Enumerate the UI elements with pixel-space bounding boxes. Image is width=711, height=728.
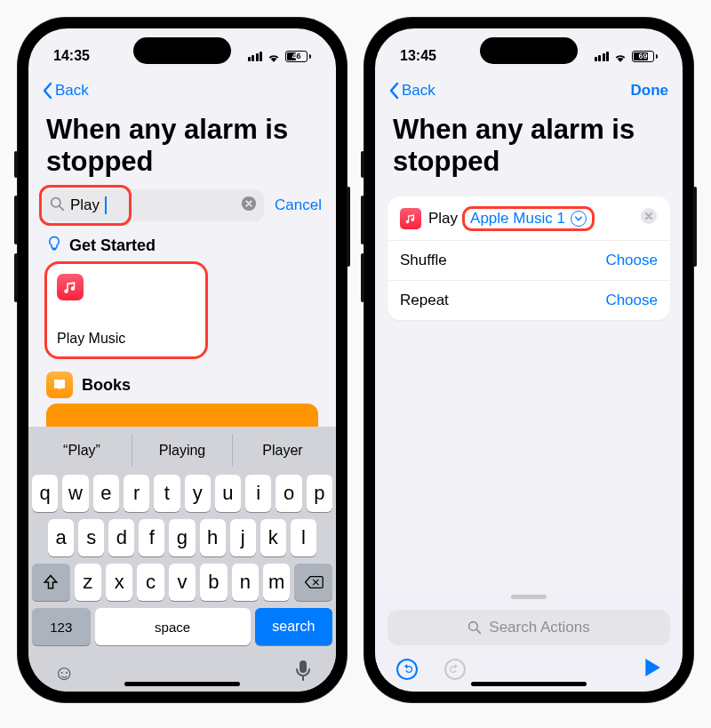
battery-icon: 46: [285, 51, 311, 62]
play-music-card[interactable]: Play Music: [46, 263, 206, 357]
search-key[interactable]: search: [255, 608, 332, 645]
drag-handle[interactable]: [511, 595, 547, 599]
space-key[interactable]: space: [95, 608, 251, 645]
done-button[interactable]: Done: [631, 82, 669, 100]
key-p[interactable]: p: [307, 475, 332, 512]
search-actions-field[interactable]: Search Actions: [387, 610, 670, 645]
key-k[interactable]: k: [260, 519, 286, 556]
key-j[interactable]: j: [230, 519, 256, 556]
choose-button[interactable]: Choose: [605, 292, 658, 309]
suggestion-2[interactable]: Playing: [132, 434, 232, 467]
books-app-icon: [46, 372, 73, 398]
key-y[interactable]: y: [185, 475, 211, 512]
phone-left: 14:35 46 Back When any alarm is stopp: [18, 18, 347, 702]
num-key[interactable]: 123: [32, 608, 91, 645]
chevron-down-icon: [571, 211, 587, 227]
chevron-left-icon: [389, 82, 400, 100]
kb-row2: a s d f g h j k l: [32, 519, 332, 556]
emoji-icon[interactable]: ☺: [53, 660, 76, 685]
bulb-icon: [46, 236, 62, 256]
key-c[interactable]: c: [137, 564, 164, 601]
key-s[interactable]: s: [78, 519, 104, 556]
clear-icon[interactable]: [640, 207, 658, 229]
repeat-row[interactable]: Repeat Choose: [387, 280, 670, 320]
key-v[interactable]: v: [169, 564, 196, 601]
mic-icon[interactable]: [295, 660, 311, 686]
key-g[interactable]: g: [169, 519, 195, 556]
key-x[interactable]: x: [106, 564, 132, 601]
music-app-icon: [57, 274, 84, 300]
page-title: When any alarm is stopped: [28, 108, 336, 189]
key-m[interactable]: m: [263, 564, 290, 601]
key-u[interactable]: u: [215, 475, 241, 512]
svg-line-6: [477, 629, 481, 633]
action-main-row[interactable]: Play Apple Music 1: [387, 196, 670, 240]
back-button[interactable]: Back: [389, 82, 435, 100]
suggestion-1[interactable]: “Play”: [32, 434, 132, 467]
action-prefix: Play: [428, 210, 458, 228]
home-indicator[interactable]: [124, 682, 240, 686]
keyboard[interactable]: “Play” Playing Player q w e r t y u i o …: [28, 427, 336, 692]
key-n[interactable]: n: [232, 564, 259, 601]
backspace-key[interactable]: [294, 564, 332, 601]
card-label: Play Music: [57, 331, 196, 347]
wifi-icon: [613, 51, 627, 61]
chevron-left-icon: [43, 82, 53, 100]
play-button[interactable]: [643, 658, 661, 681]
clear-icon[interactable]: [241, 196, 257, 215]
search-icon: [50, 196, 65, 215]
keyboard-suggestions: “Play” Playing Player: [32, 434, 332, 468]
get-started-header: Get Started: [28, 221, 336, 263]
key-i[interactable]: i: [245, 475, 271, 512]
row-label: Shuffle: [400, 252, 447, 269]
cellular-icon: [595, 52, 610, 61]
back-label: Back: [402, 82, 435, 100]
key-t[interactable]: t: [154, 475, 180, 512]
shuffle-row[interactable]: Shuffle Choose: [387, 240, 670, 280]
choose-button[interactable]: Choose: [605, 252, 658, 269]
page-title: When any alarm is stopped: [375, 108, 683, 189]
key-q[interactable]: q: [32, 475, 58, 512]
music-app-icon: [400, 208, 421, 229]
cellular-icon: [248, 52, 263, 61]
key-o[interactable]: o: [276, 475, 301, 512]
search-field[interactable]: Play: [43, 189, 264, 221]
svg-point-5: [469, 622, 478, 631]
key-w[interactable]: w: [62, 475, 88, 512]
action-parameter[interactable]: Apple Music 1: [465, 209, 592, 228]
kb-row1: q w e r t y u i o p: [32, 475, 332, 512]
back-button[interactable]: Back: [43, 82, 89, 100]
svg-rect-3: [300, 660, 307, 673]
suggestion-3[interactable]: Player: [232, 434, 332, 467]
status-time: 14:35: [53, 48, 90, 64]
kb-row3: z x c v b n m: [32, 564, 332, 601]
books-card[interactable]: [46, 404, 318, 428]
kb-row4: 123 space search: [32, 608, 332, 645]
status-time: 13:45: [400, 48, 436, 64]
key-h[interactable]: h: [200, 519, 226, 556]
books-header: Books: [28, 357, 336, 404]
key-a[interactable]: a: [48, 519, 74, 556]
key-d[interactable]: d: [108, 519, 134, 556]
cancel-button[interactable]: Cancel: [275, 196, 322, 214]
svg-line-1: [60, 206, 63, 210]
wifi-icon: [267, 51, 281, 61]
bottom-panel: Search Actions: [375, 586, 683, 692]
dynamic-island: [133, 37, 231, 64]
row-label: Repeat: [400, 292, 449, 309]
undo-button[interactable]: [396, 659, 418, 680]
key-z[interactable]: z: [75, 564, 101, 601]
key-r[interactable]: r: [124, 475, 149, 512]
key-b[interactable]: b: [200, 564, 227, 601]
key-e[interactable]: e: [93, 475, 119, 512]
redo-button: [444, 659, 466, 680]
nav-bar: Back Done: [375, 73, 683, 108]
key-f[interactable]: f: [139, 519, 164, 556]
dynamic-island: [480, 37, 578, 64]
key-l[interactable]: l: [291, 519, 316, 556]
battery-icon: 69: [632, 51, 658, 62]
search-input[interactable]: Play: [70, 196, 100, 214]
home-indicator[interactable]: [471, 682, 587, 686]
back-label: Back: [55, 82, 89, 100]
shift-key[interactable]: [32, 564, 70, 601]
